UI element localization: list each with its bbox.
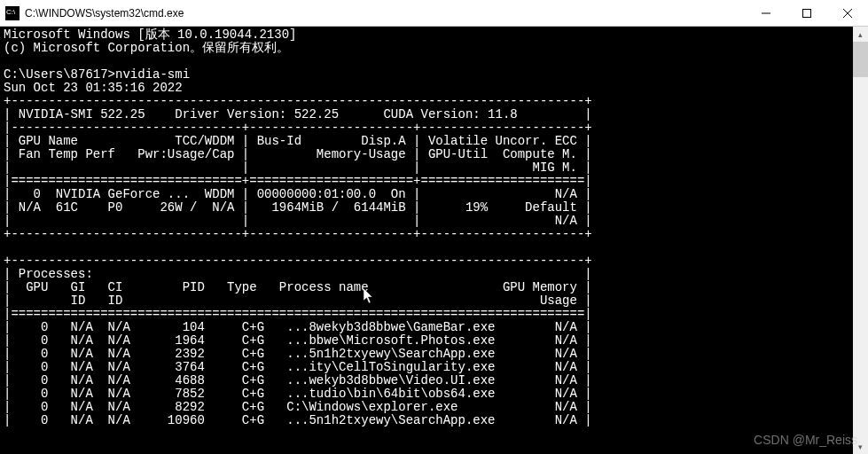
terminal-output[interactable]: Microsoft Windows [版本 10.0.19044.2130] (…: [0, 27, 868, 454]
minimize-button[interactable]: [746, 0, 786, 27]
close-button[interactable]: [827, 0, 868, 27]
watermark-text: CSDN @Mr_Reiss: [754, 433, 857, 447]
window-controls: [746, 0, 868, 27]
window-title: C:\WINDOWS\system32\cmd.exe: [25, 7, 746, 20]
vertical-scrollbar[interactable]: ▴ ▾: [853, 27, 868, 454]
scrollbar-thumb[interactable]: [853, 42, 868, 77]
window-titlebar: C:\WINDOWS\system32\cmd.exe: [0, 0, 868, 27]
cmd-icon: [5, 6, 20, 20]
svg-rect-1: [803, 9, 811, 17]
scroll-up-button[interactable]: ▴: [853, 27, 868, 42]
maximize-button[interactable]: [786, 0, 827, 27]
